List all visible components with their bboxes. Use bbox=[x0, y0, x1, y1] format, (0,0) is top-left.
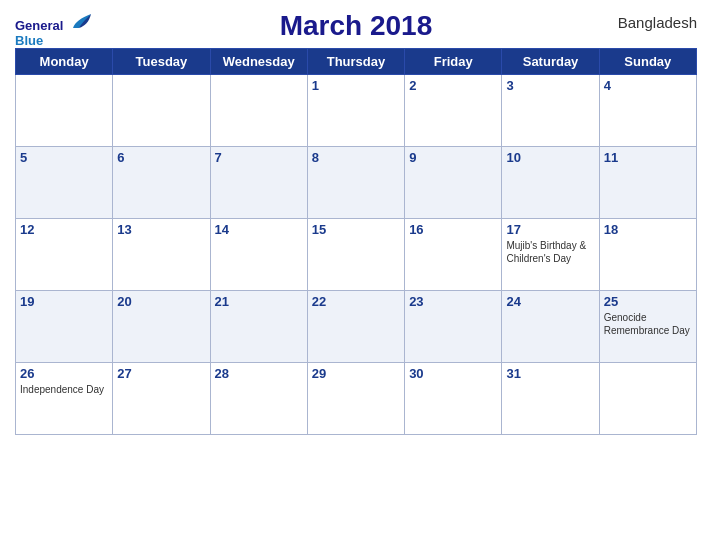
calendar-cell: 18 bbox=[599, 219, 696, 291]
calendar-cell bbox=[210, 75, 307, 147]
day-number: 10 bbox=[506, 150, 594, 165]
calendar-week-row: 567891011 bbox=[16, 147, 697, 219]
calendar-cell: 13 bbox=[113, 219, 210, 291]
calendar-cell: 22 bbox=[307, 291, 404, 363]
holiday-label: Mujib's Birthday & Children's Day bbox=[506, 239, 594, 265]
header-friday: Friday bbox=[405, 49, 502, 75]
calendar-cell: 9 bbox=[405, 147, 502, 219]
day-number: 20 bbox=[117, 294, 205, 309]
logo-text: General bbox=[15, 10, 93, 34]
header-saturday: Saturday bbox=[502, 49, 599, 75]
weekday-header-row: Monday Tuesday Wednesday Thursday Friday… bbox=[16, 49, 697, 75]
header-tuesday: Tuesday bbox=[113, 49, 210, 75]
day-number: 26 bbox=[20, 366, 108, 381]
day-number: 18 bbox=[604, 222, 692, 237]
day-number: 1 bbox=[312, 78, 400, 93]
calendar-cell: 17Mujib's Birthday & Children's Day bbox=[502, 219, 599, 291]
calendar-header: General Blue March 2018 Bangladesh bbox=[15, 10, 697, 42]
day-number: 19 bbox=[20, 294, 108, 309]
calendar-cell: 27 bbox=[113, 363, 210, 435]
day-number: 30 bbox=[409, 366, 497, 381]
calendar-cell: 19 bbox=[16, 291, 113, 363]
calendar-cell: 14 bbox=[210, 219, 307, 291]
day-number: 21 bbox=[215, 294, 303, 309]
calendar-cell: 23 bbox=[405, 291, 502, 363]
header-wednesday: Wednesday bbox=[210, 49, 307, 75]
calendar-cell: 8 bbox=[307, 147, 404, 219]
calendar-week-row: 121314151617Mujib's Birthday & Children'… bbox=[16, 219, 697, 291]
calendar-week-row: 1234 bbox=[16, 75, 697, 147]
calendar-cell: 29 bbox=[307, 363, 404, 435]
header-monday: Monday bbox=[16, 49, 113, 75]
calendar-cell: 3 bbox=[502, 75, 599, 147]
calendar-title: March 2018 bbox=[280, 10, 433, 42]
header-sunday: Sunday bbox=[599, 49, 696, 75]
day-number: 6 bbox=[117, 150, 205, 165]
logo-wrapper: General Blue bbox=[15, 10, 93, 47]
calendar-cell: 12 bbox=[16, 219, 113, 291]
calendar-cell: 21 bbox=[210, 291, 307, 363]
logo-general: General bbox=[15, 18, 63, 33]
day-number: 5 bbox=[20, 150, 108, 165]
calendar-cell: 2 bbox=[405, 75, 502, 147]
day-number: 15 bbox=[312, 222, 400, 237]
logo-bird-icon bbox=[71, 10, 93, 30]
logo-area: General Blue bbox=[15, 10, 93, 47]
calendar-cell: 24 bbox=[502, 291, 599, 363]
calendar-cell: 20 bbox=[113, 291, 210, 363]
calendar-cell: 31 bbox=[502, 363, 599, 435]
calendar-cell: 5 bbox=[16, 147, 113, 219]
day-number: 23 bbox=[409, 294, 497, 309]
calendar-cell bbox=[599, 363, 696, 435]
country-label: Bangladesh bbox=[618, 14, 697, 31]
day-number: 12 bbox=[20, 222, 108, 237]
calendar-cell bbox=[16, 75, 113, 147]
calendar-container: General Blue March 2018 Bangladesh Monda… bbox=[0, 0, 712, 550]
logo-blue: Blue bbox=[15, 34, 43, 47]
calendar-cell bbox=[113, 75, 210, 147]
day-number: 25 bbox=[604, 294, 692, 309]
holiday-label: Genocide Remembrance Day bbox=[604, 311, 692, 337]
calendar-cell: 1 bbox=[307, 75, 404, 147]
calendar-cell: 15 bbox=[307, 219, 404, 291]
day-number: 7 bbox=[215, 150, 303, 165]
day-number: 28 bbox=[215, 366, 303, 381]
day-number: 2 bbox=[409, 78, 497, 93]
day-number: 4 bbox=[604, 78, 692, 93]
calendar-cell: 16 bbox=[405, 219, 502, 291]
calendar-cell: 11 bbox=[599, 147, 696, 219]
calendar-cell: 7 bbox=[210, 147, 307, 219]
day-number: 16 bbox=[409, 222, 497, 237]
calendar-cell: 4 bbox=[599, 75, 696, 147]
calendar-cell: 6 bbox=[113, 147, 210, 219]
day-number: 27 bbox=[117, 366, 205, 381]
day-number: 14 bbox=[215, 222, 303, 237]
calendar-cell: 10 bbox=[502, 147, 599, 219]
day-number: 9 bbox=[409, 150, 497, 165]
calendar-grid: Monday Tuesday Wednesday Thursday Friday… bbox=[15, 48, 697, 435]
header-thursday: Thursday bbox=[307, 49, 404, 75]
calendar-cell: 30 bbox=[405, 363, 502, 435]
calendar-cell: 28 bbox=[210, 363, 307, 435]
calendar-week-row: 26Independence Day2728293031 bbox=[16, 363, 697, 435]
day-number: 22 bbox=[312, 294, 400, 309]
calendar-cell: 25Genocide Remembrance Day bbox=[599, 291, 696, 363]
day-number: 31 bbox=[506, 366, 594, 381]
day-number: 29 bbox=[312, 366, 400, 381]
day-number: 24 bbox=[506, 294, 594, 309]
day-number: 11 bbox=[604, 150, 692, 165]
holiday-label: Independence Day bbox=[20, 383, 108, 396]
day-number: 13 bbox=[117, 222, 205, 237]
day-number: 3 bbox=[506, 78, 594, 93]
calendar-cell: 26Independence Day bbox=[16, 363, 113, 435]
day-number: 17 bbox=[506, 222, 594, 237]
calendar-week-row: 19202122232425Genocide Remembrance Day bbox=[16, 291, 697, 363]
day-number: 8 bbox=[312, 150, 400, 165]
